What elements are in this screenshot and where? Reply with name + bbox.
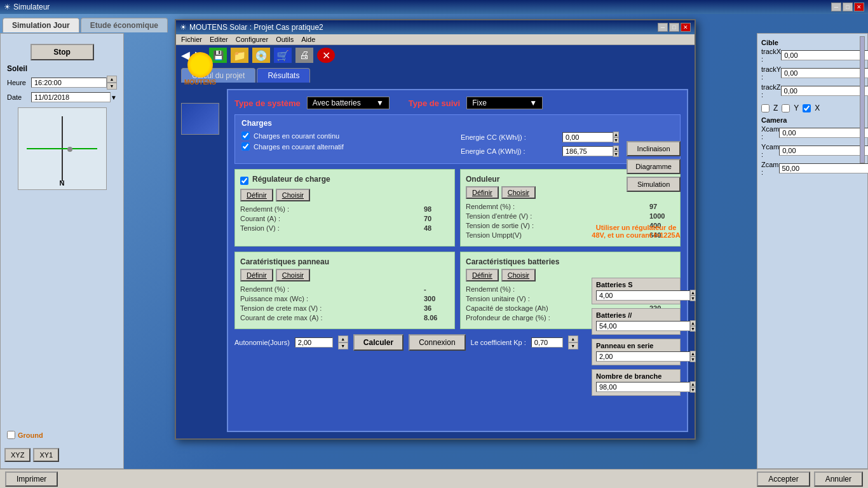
bat-s-up[interactable]: ▲ (690, 290, 696, 295)
bat-p-input[interactable] (596, 321, 690, 331)
ond-choisir-btn[interactable]: Choisir (501, 186, 536, 199)
charge-cc-checkbox[interactable] (241, 132, 250, 140)
tab-economique[interactable]: Etude économique (81, 18, 168, 32)
maximize-btn[interactable]: □ (843, 3, 853, 11)
heure-input[interactable] (31, 78, 107, 88)
nb-branche-input[interactable] (596, 382, 690, 392)
kp-label: Le coefficient Kp : (471, 339, 526, 346)
close-btn[interactable]: ✕ (854, 3, 864, 11)
zcam-input[interactable] (779, 163, 869, 173)
bat-choisir-btn[interactable]: Choisir (501, 269, 536, 281)
pan-definir-btn[interactable]: Définir (240, 269, 273, 281)
disk-icon[interactable]: 💿 (252, 48, 270, 63)
date-dropdown[interactable]: ▼ (111, 94, 117, 101)
bat-p-down[interactable]: ▼ (690, 326, 696, 332)
folder-icon[interactable]: 📁 (231, 48, 248, 63)
print-icon[interactable]: 🖨 (295, 48, 313, 63)
ond-definir-btn[interactable]: Définir (466, 186, 499, 199)
kp-up[interactable]: ▲ (568, 336, 578, 342)
ycam-input[interactable] (779, 146, 868, 156)
minimize-btn[interactable]: ─ (831, 3, 841, 11)
modal-maximize[interactable]: □ (669, 23, 679, 32)
charge-cc-label: Charges en courant continu (254, 132, 339, 140)
menu-editer[interactable]: Editer (210, 36, 228, 43)
print-button[interactable]: Imprimer (5, 471, 58, 487)
trackx-input[interactable] (781, 50, 868, 60)
modal-minimize[interactable]: ─ (658, 23, 668, 32)
right-panel: Cible trackX : ▲ ▼ trackY : ▲ ▼ trackZ :… (757, 33, 868, 469)
autonomie-down[interactable]: ▼ (338, 342, 348, 349)
pan-rendement-label: Rendemnt (%) : (240, 285, 424, 293)
simulation-button[interactable]: Simulation (627, 177, 681, 192)
menu-outils[interactable]: Outils (276, 36, 294, 43)
cart-icon[interactable]: 🛒 (274, 48, 292, 63)
autonomie-input[interactable] (295, 337, 333, 348)
panneau-serie-up[interactable]: ▲ (690, 351, 696, 356)
solar-panel-image (181, 103, 219, 135)
right-scrollbar[interactable] (860, 36, 865, 163)
kp-down[interactable]: ▼ (568, 342, 578, 349)
batteries-title: Caractéristiques batteries (466, 257, 675, 266)
energie-ca-up[interactable]: ▲ (613, 146, 619, 151)
energie-ca-down[interactable]: ▼ (613, 151, 619, 157)
nb-branche-down[interactable]: ▼ (690, 387, 696, 393)
z-checkbox[interactable] (761, 104, 770, 112)
date-input[interactable] (31, 92, 111, 102)
nb-branche-up[interactable]: ▲ (690, 381, 696, 387)
trackz-input[interactable] (781, 86, 868, 96)
cancel-button[interactable]: Annuler (814, 471, 863, 487)
bat-definir-btn[interactable]: Définir (466, 269, 499, 281)
pan-choisir-btn[interactable]: Choisir (276, 269, 310, 281)
menu-fichier[interactable]: Fichier (181, 36, 202, 43)
connexion-button[interactable]: Connexion (409, 334, 465, 351)
xyz-button[interactable]: XYZ (4, 448, 31, 462)
panneau-serie-down[interactable]: ▼ (690, 356, 696, 362)
xcam-input[interactable] (779, 128, 868, 138)
xy1-button[interactable]: XY1 (33, 448, 59, 462)
heure-down[interactable]: ▼ (107, 83, 117, 90)
bat-s-input[interactable] (596, 290, 690, 301)
energie-cc-up[interactable]: ▲ (613, 132, 619, 137)
reg-checkbox[interactable] (240, 177, 248, 185)
accept-button[interactable]: Accepter (757, 471, 810, 487)
charge-ca-checkbox[interactable] (241, 142, 250, 151)
reg-definir-btn[interactable]: Définir (240, 189, 273, 201)
calculer-button[interactable]: Calculer (353, 334, 403, 351)
diagramme-button[interactable]: Diagramme (627, 159, 681, 174)
action-buttons: Inclinaison Diagramme Simulation (627, 141, 681, 192)
bottom-bar: Imprimer Accepter Annuler (0, 469, 868, 488)
menu-configurer[interactable]: Configurer (236, 36, 268, 43)
autonomie-up[interactable]: ▲ (338, 336, 348, 342)
pan-puissance-label: Puissance max (Wc) : (240, 295, 424, 302)
tab-simulation[interactable]: Simulation Jour (3, 18, 79, 32)
modal-title-bar: ☀ MOUTENS Solar : Projet Cas pratique2 ─… (176, 20, 695, 34)
battery-stats: Batteries S ▲ ▼ Batteries // (592, 278, 681, 400)
energie-cc-down[interactable]: ▼ (613, 137, 619, 143)
reg-choisir-btn[interactable]: Choisir (276, 189, 310, 201)
energie-cc-input[interactable] (562, 132, 613, 142)
inclinaison-button[interactable]: Inclinaison (627, 141, 681, 156)
stop-icon[interactable]: ✕ (317, 48, 335, 63)
panneau-title: Caratéristiques panneau (240, 257, 449, 266)
panneau-serie-input[interactable] (596, 351, 690, 362)
bat-p-up[interactable]: ▲ (690, 320, 696, 326)
system-select[interactable]: Avec batteries ▼ (307, 97, 390, 109)
tracky-input[interactable] (781, 68, 868, 78)
modal-toolbar: ◀ ▶ 💾 📁 💿 🛒 🖨 ✕ (176, 45, 695, 65)
logo-text: MOUTENS (181, 79, 219, 86)
modal-close[interactable]: ✕ (681, 23, 691, 32)
y-label: Y (794, 104, 799, 112)
heure-up[interactable]: ▲ (107, 76, 117, 83)
energie-ca-input[interactable] (562, 146, 613, 156)
bat-s-down[interactable]: ▼ (690, 295, 696, 301)
ground-checkbox[interactable] (7, 431, 15, 439)
x-checkbox[interactable] (803, 104, 811, 112)
y-checkbox[interactable] (782, 104, 790, 112)
stop-button[interactable]: Stop (31, 44, 94, 60)
app-title-bar: ☀ Simulateur ─ □ ✕ (0, 0, 868, 14)
menu-aide[interactable]: Aide (301, 36, 315, 43)
left-panel: Stop Soleil Heure ▲ ▼ Date ▼ (0, 33, 124, 469)
tracking-select[interactable]: Fixe ▼ (466, 97, 543, 109)
tab-resultats[interactable]: Résultats (257, 68, 310, 83)
kp-input[interactable] (531, 337, 563, 348)
